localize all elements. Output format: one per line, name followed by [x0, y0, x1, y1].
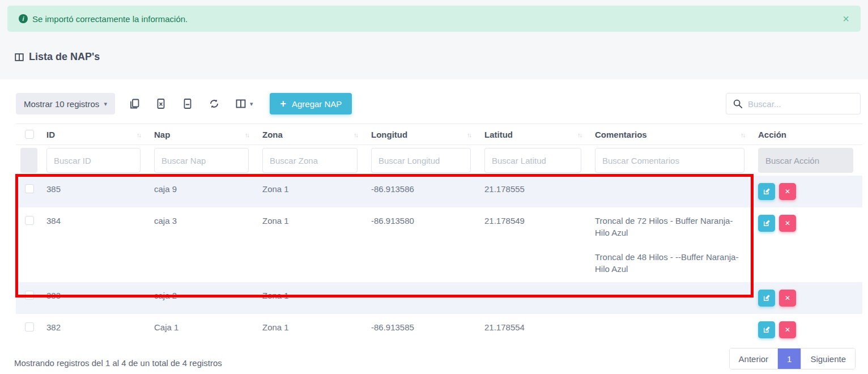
table-row: 382 Caja 1 Zona 1 -86.913585 21.178554 ✕ — [16, 314, 862, 346]
column-label: Latitud — [484, 130, 513, 139]
global-search — [726, 93, 861, 114]
table-row: 383 caja 2 Zona 1 ✕ — [16, 282, 862, 314]
toolbar: Mostrar 10 registros ▾ — [16, 93, 861, 114]
column-header-id[interactable]: ID ↑↓ — [42, 124, 150, 145]
cell-nap: Caja 1 — [150, 314, 258, 346]
info-icon: i — [19, 14, 28, 23]
cell-id: 382 — [42, 314, 150, 346]
cell-latitud: 21.178549 — [480, 207, 590, 282]
search-input[interactable] — [726, 93, 861, 114]
edit-icon — [763, 294, 771, 302]
comment-line: Troncal de 72 Hilos - Buffer Naranja- Hi… — [595, 215, 749, 239]
page-title-label: Lista de NAP's — [29, 51, 100, 63]
show-records-dropdown[interactable]: Mostrar 10 registros ▾ — [16, 93, 115, 114]
column-header-zona[interactable]: Zona ↑↓ — [258, 124, 367, 145]
edit-button[interactable] — [758, 290, 775, 307]
cell-nap: caja 2 — [150, 282, 258, 314]
cell-longitud: -86.913585 — [367, 314, 480, 346]
copy-icon — [129, 98, 140, 109]
column-header-latitud[interactable]: Latitud ↑↓ — [480, 124, 590, 145]
edit-icon — [763, 188, 771, 196]
x-icon: ✕ — [785, 188, 790, 196]
x-icon: ✕ — [785, 326, 790, 334]
show-records-label: Mostrar 10 registros — [24, 99, 99, 109]
table-icon — [14, 52, 24, 62]
cell-latitud: 21.178555 — [480, 176, 590, 207]
cell-zona: Zona 1 — [258, 176, 367, 207]
column-label: Longitud — [371, 130, 407, 139]
add-nap-label: Agregar NAP — [292, 99, 342, 109]
select-all-checkbox[interactable] — [25, 130, 34, 139]
x-icon: ✕ — [785, 294, 790, 302]
row-checkbox[interactable] — [25, 216, 34, 225]
filter-id-input[interactable] — [46, 148, 141, 173]
filter-longitud-input[interactable] — [371, 148, 471, 173]
cell-id: 383 — [42, 282, 150, 314]
sort-icon: ↑↓ — [577, 131, 581, 138]
edit-icon — [763, 219, 771, 227]
refresh-button[interactable] — [209, 98, 220, 109]
sort-icon: ↑↓ — [137, 131, 141, 138]
pagination-page-1-button[interactable]: 1 — [777, 348, 801, 369]
sort-icon: ↑↓ — [354, 131, 358, 138]
column-label: Acción — [758, 130, 786, 139]
export-excel-button[interactable] — [155, 98, 167, 109]
sort-icon: ↑↓ — [741, 131, 744, 138]
edit-button[interactable] — [758, 183, 775, 200]
sort-icon: ↑↓ — [467, 131, 471, 138]
excel-file-icon — [155, 98, 167, 109]
copy-button[interactable] — [129, 98, 140, 109]
column-label: Nap — [154, 130, 170, 139]
filter-nap-input[interactable] — [154, 148, 249, 173]
column-label: Zona — [262, 130, 283, 139]
row-checkbox[interactable] — [25, 291, 34, 300]
nap-table: ID ↑↓ Nap ↑↓ Zona ↑↓ Longitud ↑↓ Latitud… — [16, 124, 862, 346]
x-icon: ✕ — [785, 219, 790, 227]
cell-longitud: -86.913586 — [367, 176, 480, 207]
cell-comentarios: Troncal de 72 Hilos - Buffer Naranja- Hi… — [590, 207, 754, 282]
delete-button[interactable]: ✕ — [779, 290, 796, 307]
cell-comentarios — [590, 176, 754, 207]
refresh-icon — [209, 98, 220, 109]
row-checkbox[interactable] — [25, 184, 34, 193]
column-header-accion: Acción — [754, 124, 862, 145]
row-checkbox[interactable] — [25, 322, 34, 332]
filter-accion-input — [758, 148, 853, 173]
filter-comentarios-input[interactable] — [595, 148, 744, 173]
cell-id: 384 — [42, 207, 150, 282]
table-row: 384 caja 3 Zona 1 -86.913580 21.178549 T… — [16, 207, 862, 282]
pagination-previous-button[interactable]: Anterior — [730, 348, 778, 369]
edit-button[interactable] — [758, 215, 775, 232]
sort-icon: ↑↓ — [245, 131, 249, 138]
filter-latitud-input[interactable] — [484, 148, 581, 173]
column-header-nap[interactable]: Nap ↑↓ — [150, 124, 258, 145]
export-file-button[interactable] — [182, 98, 193, 109]
comment-line: Troncal de 48 Hilos - --Buffer Naranja- … — [595, 251, 749, 275]
cell-latitud: 21.178554 — [480, 314, 590, 346]
alert-message: Se importó correctamente la información. — [32, 14, 188, 24]
column-label: Comentarios — [595, 130, 647, 139]
table-card: Mostrar 10 registros ▾ — [0, 79, 868, 374]
cell-id: 385 — [42, 176, 150, 207]
header-row: ID ↑↓ Nap ↑↓ Zona ↑↓ Longitud ↑↓ Latitud… — [16, 124, 862, 145]
add-nap-button[interactable]: + Agregar NAP — [270, 93, 352, 114]
file-icon — [182, 98, 193, 109]
edit-button[interactable] — [758, 321, 775, 338]
delete-button[interactable]: ✕ — [779, 321, 796, 338]
filter-checkbox-placeholder — [20, 148, 37, 173]
success-alert: i Se importó correctamente la informació… — [7, 6, 861, 32]
cell-latitud — [480, 282, 590, 314]
column-visibility-button[interactable]: ▾ — [235, 98, 253, 109]
filter-zona-input[interactable] — [262, 148, 358, 173]
table-row: 385 caja 9 Zona 1 -86.913586 21.178555 ✕ — [16, 176, 862, 207]
column-header-longitud[interactable]: Longitud ↑↓ — [367, 124, 480, 145]
search-icon — [733, 99, 743, 109]
delete-button[interactable]: ✕ — [779, 215, 796, 232]
column-header-comentarios[interactable]: Comentarios ↑↓ — [590, 124, 754, 145]
cell-zona: Zona 1 — [258, 282, 367, 314]
pagination-next-button[interactable]: Siguiente — [801, 348, 855, 369]
edit-icon — [763, 326, 771, 334]
alert-close-button[interactable]: × — [843, 13, 849, 24]
delete-button[interactable]: ✕ — [779, 183, 796, 200]
plus-icon: + — [280, 99, 286, 109]
